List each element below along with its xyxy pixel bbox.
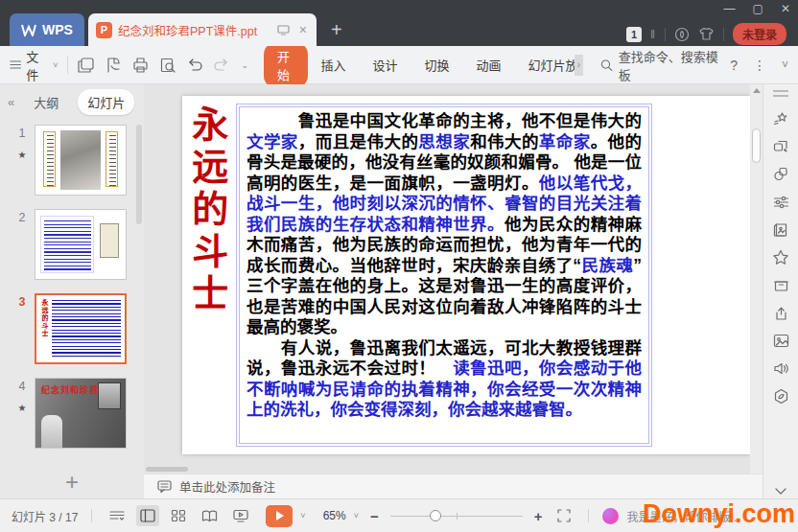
collapse-panel-icon[interactable]: « xyxy=(8,95,14,109)
panel-tabs: « 大纲 幻灯片 xyxy=(0,84,144,119)
thumbnail-preview[interactable] xyxy=(35,209,127,280)
zoom-chevron-icon[interactable]: ˅ xyxy=(354,511,359,520)
slide-canvas[interactable]: 永远的斗士 鲁迅是中国文化革命的主将，他不但是伟大的文学家，而且是伟大的思想家和… xyxy=(182,96,750,454)
export-pdf-icon[interactable] xyxy=(106,58,121,73)
scroll-up-icon[interactable] xyxy=(753,88,761,93)
document-tab[interactable]: P 纪念刘和珍君PPT课件.ppt × xyxy=(88,13,317,46)
notes-toggle-icon[interactable] xyxy=(106,506,129,525)
tab-overflow-chevron-icon[interactable]: › xyxy=(575,55,583,76)
slideshow-from-current-icon[interactable] xyxy=(229,505,252,526)
panel-chevron-down-icon[interactable] xyxy=(775,488,786,498)
add-slide-button[interactable]: + xyxy=(0,466,144,498)
tab-outline[interactable]: 大纲 xyxy=(24,89,68,115)
slide-thumbnail-2[interactable]: 2 xyxy=(10,209,134,280)
tab-animation[interactable]: 动画 xyxy=(463,51,515,79)
zoom-slider[interactable] xyxy=(390,509,523,522)
status-bar: 幻灯片 3 / 17 ˅ 65% ˅ − + 我是墨仔， xyxy=(0,498,798,532)
share-icon[interactable] xyxy=(767,299,794,327)
normal-view-icon[interactable] xyxy=(136,505,159,526)
slide-thumbnail-3[interactable]: 3 永远的斗士 xyxy=(10,293,134,364)
favorites-star-icon[interactable] xyxy=(767,243,794,271)
tab-list-icon[interactable]: ‖ xyxy=(650,28,656,41)
slide-text-box[interactable]: 鲁迅是中国文化革命的主将，他不但是伟大的文学家，而且是伟大的思想家和伟大的革命家… xyxy=(236,104,652,447)
toolbox-icon[interactable] xyxy=(767,271,794,299)
customize-toolbar-chevron-icon[interactable]: ⌄ xyxy=(241,60,248,70)
command-search[interactable]: 查找命令、搜索模板 xyxy=(600,47,720,83)
skin-theme-icon[interactable] xyxy=(698,27,715,41)
zoom-level[interactable]: 65% xyxy=(323,509,346,522)
vertical-text-strip xyxy=(43,131,56,187)
close-window-button[interactable]: ✕ xyxy=(781,2,790,15)
image-icon[interactable] xyxy=(767,327,794,355)
object-properties-icon[interactable] xyxy=(767,188,794,216)
thumbnail-preview-selected[interactable]: 永远的斗士 xyxy=(35,293,127,364)
text-block xyxy=(40,216,94,273)
minimize-button[interactable]: — xyxy=(724,2,736,15)
file-menu-label: 文件 xyxy=(26,47,48,83)
panel-drag-handle[interactable] xyxy=(773,90,788,97)
document-tab-title: 纪念刘和珍君PPT课件.ppt xyxy=(118,21,270,39)
present-monitor-icon[interactable] xyxy=(275,25,292,35)
merge-shapes-icon[interactable] xyxy=(767,160,794,188)
save-icon[interactable] xyxy=(78,58,94,73)
zoom-slider-knob[interactable] xyxy=(430,510,441,521)
vertical-scrollbar-thumb[interactable] xyxy=(752,128,761,163)
assistant-avatar[interactable] xyxy=(602,508,619,524)
vertical-text-strip xyxy=(106,131,118,187)
undo-icon[interactable] xyxy=(187,58,202,71)
smart-animation-icon[interactable] xyxy=(767,104,794,132)
help-icon[interactable]: ? xyxy=(730,58,738,73)
wps-logo-icon xyxy=(21,24,36,36)
search-icon xyxy=(600,58,613,72)
print-preview-icon[interactable] xyxy=(160,58,176,73)
slide-thumbnail-1[interactable]: 1 ★ xyxy=(10,125,134,196)
tab-start[interactable]: 开始 xyxy=(264,42,308,88)
chevron-down-icon: ˅ xyxy=(53,60,58,70)
eco-leaf-icon[interactable] xyxy=(767,382,794,410)
collapse-ribbon-icon[interactable]: ˅ xyxy=(782,58,788,72)
tab-slides[interactable]: 幻灯片 xyxy=(78,89,134,115)
animation-star-icon: ★ xyxy=(10,403,35,413)
tab-design[interactable]: 设计 xyxy=(360,51,411,79)
divider xyxy=(723,28,724,41)
vertical-scrollbar[interactable] xyxy=(750,84,763,474)
horizontal-scrollbar-thumb[interactable] xyxy=(146,467,188,472)
file-menu-button[interactable]: 文件 ˅ xyxy=(10,47,58,83)
zoom-out-button[interactable]: − xyxy=(366,508,383,524)
animation-star-icon: ★ xyxy=(10,150,35,160)
rewards-icon[interactable] xyxy=(674,27,690,42)
editor-area: 永远的斗士 鲁迅是中国文化革命的主将，他不但是伟大的文学家，而且是伟大的思想家和… xyxy=(144,84,763,498)
print-icon[interactable] xyxy=(132,58,149,73)
sidebar-scrollbar-thumb[interactable] xyxy=(136,125,142,224)
tab-transition[interactable]: 切换 xyxy=(411,51,463,79)
slide-thumbnail-4[interactable]: 4 ★ 纪念刘和珍君 xyxy=(10,378,134,449)
thumbnail-preview[interactable]: 纪念刘和珍君 xyxy=(35,378,127,449)
hamburger-icon xyxy=(10,59,21,70)
paragraph-1: 鲁迅是中国文化革命的主将，他不但是伟大的文学家，而且是伟大的思想家和伟大的革命家… xyxy=(246,111,642,338)
play-slideshow-button[interactable] xyxy=(266,505,293,527)
wps-home-tab[interactable]: WPS xyxy=(10,13,84,46)
play-options-chevron-icon[interactable]: ˅ xyxy=(300,511,305,520)
fit-to-window-icon[interactable] xyxy=(553,505,575,526)
slide-vertical-title[interactable]: 永远的斗士 xyxy=(186,105,226,316)
slide-sorter-view-icon[interactable] xyxy=(167,505,190,526)
paragraph-2: 有人说，鲁迅离我们太遥远，可北大教授钱理群说，鲁迅永远不会过时！ 读鲁迅吧，你会… xyxy=(246,338,642,421)
document-count-badge[interactable]: 1 xyxy=(626,27,642,42)
redo-icon[interactable] xyxy=(214,58,229,71)
thumbnail-list: 1 ★ 2 3 xyxy=(0,119,144,466)
audio-icon[interactable] xyxy=(767,355,794,382)
thumbnail-preview[interactable] xyxy=(35,125,127,196)
tab-insert[interactable]: 插入 xyxy=(308,51,360,79)
switch-shape-icon[interactable] xyxy=(767,132,794,160)
notes-bar[interactable]: 单击此处添加备注 xyxy=(144,474,763,498)
more-options-icon[interactable]: ⋮ xyxy=(753,58,766,73)
reading-view-icon[interactable] xyxy=(198,506,222,526)
tab-slideshow[interactable]: 幻灯片放 xyxy=(515,51,580,79)
close-tab-icon[interactable]: × xyxy=(297,22,309,37)
titlebar-right-group: 1 ‖ 未登录 xyxy=(626,23,786,45)
design-assets-icon[interactable] xyxy=(767,216,794,243)
new-tab-button[interactable]: + xyxy=(331,21,342,38)
login-button[interactable]: 未登录 xyxy=(733,23,786,45)
zoom-in-button[interactable]: + xyxy=(530,508,547,524)
maximize-button[interactable]: ▢ xyxy=(753,2,763,15)
